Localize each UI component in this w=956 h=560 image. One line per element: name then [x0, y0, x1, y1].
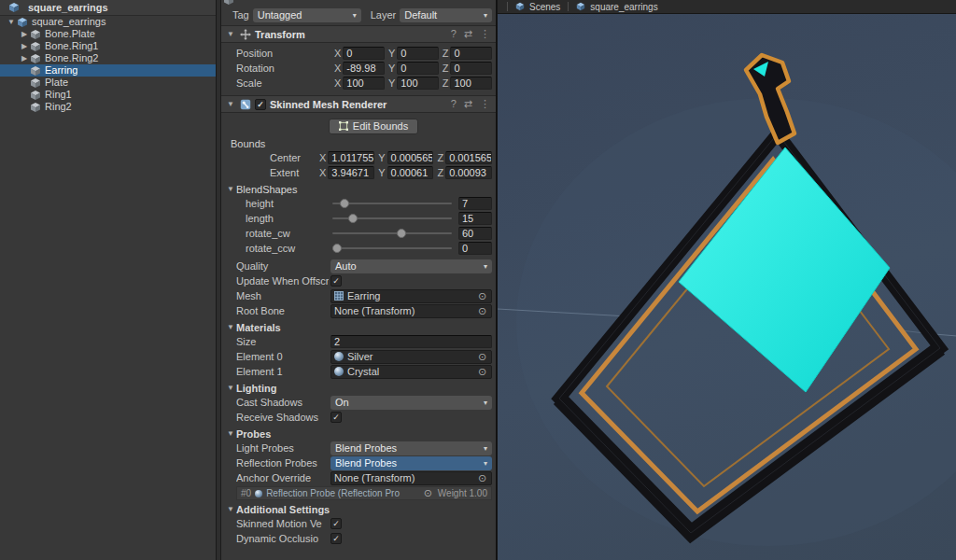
scene-header[interactable]: square_earrings	[0, 0, 216, 16]
position-z-field[interactable]: 0	[450, 47, 492, 60]
rotation-z-field[interactable]: 0	[450, 62, 492, 75]
slider-knob[interactable]	[397, 229, 406, 238]
position-x-field[interactable]: 0	[343, 47, 385, 60]
expand-arrow-icon[interactable]: ▼	[6, 16, 17, 28]
materials-size-field[interactable]: 2	[330, 335, 492, 348]
menu-icon[interactable]: ⋮	[480, 28, 490, 40]
gameobject-cube-icon	[30, 29, 41, 40]
blendshape-slider[interactable]	[332, 197, 452, 210]
help-icon[interactable]: ?	[451, 98, 457, 110]
object-picker-icon[interactable]: ⊙	[476, 472, 488, 484]
extent-y-field[interactable]: 0.00061	[387, 166, 434, 179]
chevron-down-icon: ▾	[480, 444, 487, 453]
object-picker-icon[interactable]: ⊙	[476, 366, 488, 378]
skinned-motion-label: Skinned Motion Ve	[236, 518, 329, 529]
skinned-mesh-renderer-header[interactable]: ▼ ✓ Skinned Mesh Renderer ? ⇄ ⋮	[221, 95, 496, 113]
quality-dropdown[interactable]: Auto ▾	[330, 259, 492, 273]
foldout-expanded-icon[interactable]: ▼	[225, 505, 236, 513]
axis-x-label: X	[330, 63, 343, 74]
slider-knob[interactable]	[332, 244, 342, 253]
collapse-arrow-icon[interactable]: ▶	[19, 40, 30, 52]
foldout-expanded-icon[interactable]: ▼	[225, 323, 236, 331]
element-0-label: Element 0	[236, 351, 329, 362]
center-x-field[interactable]: 1.011755	[328, 151, 374, 164]
mesh-value: Earring	[347, 290, 380, 301]
object-picker-icon[interactable]: ⊙	[476, 351, 488, 363]
hierarchy-item-plate[interactable]: Plate	[0, 77, 216, 89]
position-y-field[interactable]: 0	[397, 47, 439, 60]
blendshape-slider[interactable]	[332, 212, 452, 225]
rotation-y-field[interactable]: 0	[397, 62, 439, 75]
collapse-arrow-icon[interactable]: ▶	[19, 28, 30, 40]
scale-z-field[interactable]: 100	[450, 77, 492, 90]
reflection-probe-list-item[interactable]: #0 Reflection Probe (Reflection Pro ⊙ We…	[236, 486, 492, 500]
additional-settings-title: Additional Settings	[236, 504, 330, 515]
hierarchy-item-square-earrings[interactable]: ▼ square_earrings	[0, 16, 216, 28]
hierarchy-item-ring2[interactable]: Ring2	[0, 101, 216, 113]
presets-icon[interactable]: ⇄	[464, 28, 472, 40]
breadcrumb-scenes[interactable]: Scenes	[529, 2, 560, 12]
root-bone-object-field[interactable]: None (Transform) ⊙	[330, 304, 492, 318]
receive-shadows-checkbox[interactable]: ✓	[330, 412, 342, 423]
foldout-expanded-icon[interactable]: ▼	[225, 100, 236, 108]
center-y-field[interactable]: 0.000565	[387, 151, 434, 164]
reflection-probe-icon	[255, 490, 262, 497]
foldout-expanded-icon[interactable]: ▼	[225, 185, 236, 193]
tag-dropdown[interactable]: Untagged ▾	[253, 8, 361, 22]
materials-foldout[interactable]: ▼ Materials	[221, 320, 496, 334]
skinned-motion-vectors-row: Skinned Motion Ve ✓	[221, 516, 496, 531]
material-element-0-field[interactable]: Silver ⊙	[330, 350, 492, 364]
blendshape-value-field[interactable]: 0	[458, 242, 492, 255]
hierarchy-item-bone-ring2[interactable]: ▶ Bone.Ring2	[0, 52, 216, 64]
lighting-foldout[interactable]: ▼ Lighting	[221, 381, 496, 395]
breadcrumb-current-scene[interactable]: square_earrings	[590, 2, 657, 12]
extent-z-field[interactable]: 0.00093	[445, 166, 492, 179]
layer-dropdown[interactable]: Default ▾	[400, 8, 492, 22]
extent-x-field[interactable]: 3.94671	[328, 166, 374, 179]
center-z-field[interactable]: 0.001565	[445, 151, 492, 164]
reflection-probes-dropdown[interactable]: Blend Probes ▾	[330, 456, 492, 470]
presets-icon[interactable]: ⇄	[464, 98, 472, 110]
foldout-expanded-icon[interactable]: ▼	[225, 30, 236, 38]
foldout-expanded-icon[interactable]: ▼	[225, 384, 236, 392]
light-probes-dropdown[interactable]: Blend Probes ▾	[330, 441, 492, 455]
axis-z-label: Z	[439, 48, 451, 59]
help-icon[interactable]: ?	[451, 28, 457, 40]
current-scene-cube-icon	[576, 2, 585, 11]
blendshape-value-field[interactable]: 60	[458, 227, 492, 240]
component-enabled-checkbox[interactable]: ✓	[255, 99, 266, 110]
blendshape-slider[interactable]	[332, 227, 452, 240]
rotation-x-field[interactable]: -89.98	[343, 62, 385, 75]
update-when-offscreen-checkbox[interactable]: ✓	[330, 275, 342, 287]
slider-knob[interactable]	[340, 199, 349, 208]
scene-breadcrumb-bar: Scenes square_earrings	[498, 0, 956, 14]
hierarchy-item-bone-ring1[interactable]: ▶ Bone.Ring1	[0, 40, 216, 52]
blendshape-slider[interactable]	[332, 242, 452, 255]
material-element-1-field[interactable]: Crystal ⊙	[330, 365, 492, 379]
hierarchy-item-bone-plate[interactable]: ▶ Bone.Plate	[0, 28, 216, 40]
scene-viewport[interactable]	[498, 14, 956, 560]
hierarchy-item-ring1[interactable]: Ring1	[0, 89, 216, 101]
dynamic-occlusion-checkbox[interactable]: ✓	[330, 533, 342, 544]
edit-bounds-button[interactable]: Edit Bounds	[329, 119, 418, 134]
menu-icon[interactable]: ⋮	[480, 98, 490, 110]
probes-foldout[interactable]: ▼ Probes	[221, 427, 496, 441]
anchor-override-field[interactable]: None (Transform) ⊙	[330, 471, 492, 485]
skinned-motion-checkbox[interactable]: ✓	[330, 518, 342, 529]
hierarchy-item-earring-selected[interactable]: Earring	[0, 64, 216, 77]
scale-y-field[interactable]: 100	[397, 77, 439, 90]
transform-component-header[interactable]: ▼ Transform ? ⇄ ⋮	[221, 25, 496, 43]
foldout-expanded-icon[interactable]: ▼	[225, 429, 236, 438]
mesh-object-field[interactable]: Earring ⊙	[330, 289, 492, 303]
slider-knob[interactable]	[348, 214, 358, 223]
object-picker-icon[interactable]: ⊙	[476, 290, 488, 302]
cast-shadows-dropdown[interactable]: On ▾	[330, 396, 492, 410]
blendshapes-foldout[interactable]: ▼ BlendShapes	[221, 182, 496, 196]
scale-x-field[interactable]: 100	[343, 77, 385, 90]
additional-settings-foldout[interactable]: ▼ Additional Settings	[221, 502, 496, 516]
blendshape-value-field[interactable]: 15	[458, 212, 492, 225]
object-picker-icon[interactable]: ⊙	[476, 305, 488, 317]
blendshape-value-field[interactable]: 7	[458, 197, 492, 210]
collapse-arrow-icon[interactable]: ▶	[19, 52, 30, 64]
axis-y-label: Y	[385, 48, 397, 59]
